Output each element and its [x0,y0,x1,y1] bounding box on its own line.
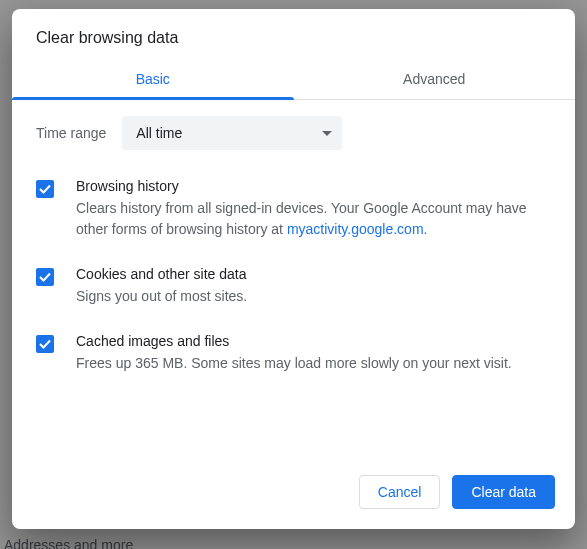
cancel-button[interactable]: Cancel [359,475,441,509]
option-title: Cached images and files [76,333,551,349]
checkbox-browsing-history[interactable] [36,180,54,198]
dialog-tabs: Basic Advanced [12,61,575,100]
time-range-row: Time range All time [36,116,551,150]
option-browsing-history: Browsing history Clears history from all… [36,172,551,260]
option-description: Frees up 365 MB. Some sites may load mor… [76,353,551,374]
checkbox-cache[interactable] [36,335,54,353]
settings-page-background: Addresses and more Clear browsing data B… [0,0,587,549]
time-range-label: Time range [36,125,106,141]
clear-browsing-data-dialog: Clear browsing data Basic Advanced Time … [12,9,575,529]
tab-basic[interactable]: Basic [12,61,294,99]
option-description: Signs you out of most sites. [76,286,551,307]
option-text: Browsing history Clears history from all… [76,178,551,240]
option-title: Browsing history [76,178,551,194]
time-range-select[interactable]: All time [122,116,342,150]
time-range-value: All time [136,125,182,141]
tab-advanced[interactable]: Advanced [294,61,576,99]
dialog-body: Time range All time Browsing history Cle… [12,100,575,459]
option-cache: Cached images and files Frees up 365 MB.… [36,327,551,394]
dialog-title: Clear browsing data [12,9,575,61]
option-text: Cookies and other site data Signs you ou… [76,266,551,307]
option-cookies: Cookies and other site data Signs you ou… [36,260,551,327]
dropdown-caret-icon [322,131,332,136]
option-description: Clears history from all signed-in device… [76,198,551,240]
dialog-footer: Cancel Clear data [12,459,575,529]
option-text: Cached images and files Frees up 365 MB.… [76,333,551,374]
checkbox-cookies[interactable] [36,268,54,286]
clear-data-button[interactable]: Clear data [452,475,555,509]
myactivity-link[interactable]: myactivity.google.com [287,221,424,237]
option-title: Cookies and other site data [76,266,551,282]
